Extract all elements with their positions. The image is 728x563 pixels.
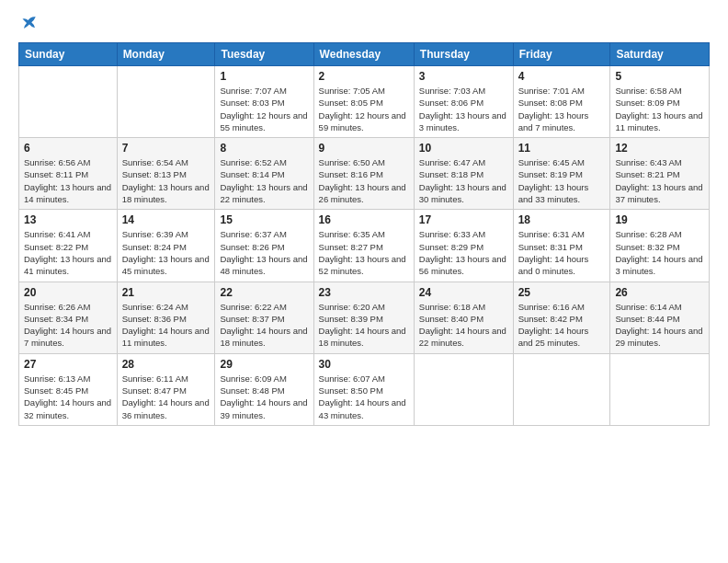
calendar-cell: 17Sunrise: 6:33 AM Sunset: 8:29 PM Dayli…: [414, 210, 513, 282]
calendar-cell: 25Sunrise: 6:16 AM Sunset: 8:42 PM Dayli…: [513, 282, 610, 353]
day-info: Sunrise: 6:14 AM Sunset: 8:44 PM Dayligh…: [615, 301, 704, 350]
day-info: Sunrise: 6:39 AM Sunset: 8:24 PM Dayligh…: [122, 228, 210, 277]
calendar-cell: 8Sunrise: 6:52 AM Sunset: 8:14 PM Daylig…: [215, 138, 313, 210]
day-info: Sunrise: 7:05 AM Sunset: 8:05 PM Dayligh…: [319, 85, 409, 133]
calendar-cell: 9Sunrise: 6:50 AM Sunset: 8:16 PM Daylig…: [313, 138, 414, 210]
day-number: 15: [220, 213, 308, 226]
day-info: Sunrise: 6:16 AM Sunset: 8:42 PM Dayligh…: [518, 301, 606, 350]
day-number: 28: [122, 358, 210, 371]
calendar-cell: [19, 66, 118, 138]
day-info: Sunrise: 6:33 AM Sunset: 8:29 PM Dayligh…: [419, 228, 508, 277]
weekday-header-thursday: Thursday: [414, 43, 513, 66]
weekday-header-row: SundayMondayTuesdayWednesdayThursdayFrid…: [19, 43, 710, 66]
weekday-header-friday: Friday: [513, 43, 610, 66]
calendar-cell: 2Sunrise: 7:05 AM Sunset: 8:05 PM Daylig…: [313, 66, 414, 138]
day-number: 11: [518, 142, 606, 155]
day-number: 21: [122, 286, 210, 299]
calendar-cell: [610, 353, 710, 425]
day-number: 14: [122, 213, 210, 226]
day-info: Sunrise: 6:22 AM Sunset: 8:37 PM Dayligh…: [220, 301, 308, 350]
day-number: 29: [220, 358, 308, 371]
calendar-cell: 22Sunrise: 6:22 AM Sunset: 8:37 PM Dayli…: [215, 282, 313, 353]
calendar-cell: 13Sunrise: 6:41 AM Sunset: 8:22 PM Dayli…: [19, 210, 118, 282]
day-info: Sunrise: 6:28 AM Sunset: 8:32 PM Dayligh…: [615, 228, 704, 277]
page: SundayMondayTuesdayWednesdayThursdayFrid…: [0, 0, 728, 563]
day-info: Sunrise: 7:07 AM Sunset: 8:03 PM Dayligh…: [220, 85, 308, 133]
day-number: 30: [319, 358, 409, 371]
calendar-cell: 6Sunrise: 6:56 AM Sunset: 8:11 PM Daylig…: [19, 138, 118, 210]
day-number: 16: [319, 213, 409, 226]
day-number: 4: [518, 70, 606, 83]
calendar-cell: 24Sunrise: 6:18 AM Sunset: 8:40 PM Dayli…: [414, 282, 513, 353]
day-info: Sunrise: 6:24 AM Sunset: 8:36 PM Dayligh…: [122, 301, 210, 350]
day-number: 2: [319, 70, 409, 83]
day-info: Sunrise: 6:52 AM Sunset: 8:14 PM Dayligh…: [220, 156, 308, 205]
calendar-cell: [513, 353, 610, 425]
day-info: Sunrise: 6:43 AM Sunset: 8:21 PM Dayligh…: [615, 156, 704, 205]
day-info: Sunrise: 6:11 AM Sunset: 8:47 PM Dayligh…: [122, 373, 210, 421]
calendar-cell: 28Sunrise: 6:11 AM Sunset: 8:47 PM Dayli…: [117, 353, 215, 425]
week-row-1: 6Sunrise: 6:56 AM Sunset: 8:11 PM Daylig…: [19, 138, 710, 210]
calendar-cell: 18Sunrise: 6:31 AM Sunset: 8:31 PM Dayli…: [513, 210, 610, 282]
calendar-table: SundayMondayTuesdayWednesdayThursdayFrid…: [18, 42, 710, 426]
day-info: Sunrise: 6:18 AM Sunset: 8:40 PM Dayligh…: [419, 301, 508, 350]
day-number: 20: [24, 286, 112, 299]
calendar-cell: [117, 66, 215, 138]
calendar-cell: 3Sunrise: 7:03 AM Sunset: 8:06 PM Daylig…: [414, 66, 513, 138]
day-info: Sunrise: 6:50 AM Sunset: 8:16 PM Dayligh…: [319, 156, 409, 205]
calendar-cell: 21Sunrise: 6:24 AM Sunset: 8:36 PM Dayli…: [117, 282, 215, 353]
day-number: 6: [24, 142, 112, 155]
day-number: 12: [615, 142, 704, 155]
weekday-header-wednesday: Wednesday: [313, 43, 414, 66]
day-info: Sunrise: 6:58 AM Sunset: 8:09 PM Dayligh…: [615, 85, 704, 133]
day-info: Sunrise: 6:54 AM Sunset: 8:13 PM Dayligh…: [122, 156, 210, 205]
calendar-cell: 5Sunrise: 6:58 AM Sunset: 8:09 PM Daylig…: [610, 66, 710, 138]
day-info: Sunrise: 6:13 AM Sunset: 8:45 PM Dayligh…: [24, 373, 112, 421]
calendar-cell: 7Sunrise: 6:54 AM Sunset: 8:13 PM Daylig…: [117, 138, 215, 210]
weekday-header-monday: Monday: [117, 43, 215, 66]
day-info: Sunrise: 6:47 AM Sunset: 8:18 PM Dayligh…: [419, 156, 508, 205]
week-row-2: 13Sunrise: 6:41 AM Sunset: 8:22 PM Dayli…: [19, 210, 710, 282]
week-row-4: 27Sunrise: 6:13 AM Sunset: 8:45 PM Dayli…: [19, 353, 710, 425]
day-info: Sunrise: 7:03 AM Sunset: 8:06 PM Dayligh…: [419, 85, 508, 133]
day-number: 22: [220, 286, 308, 299]
day-number: 1: [220, 70, 308, 83]
calendar-cell: 14Sunrise: 6:39 AM Sunset: 8:24 PM Dayli…: [117, 210, 215, 282]
day-number: 17: [419, 213, 508, 226]
weekday-header-sunday: Sunday: [19, 43, 118, 66]
logo: [18, 15, 38, 33]
day-info: Sunrise: 6:45 AM Sunset: 8:19 PM Dayligh…: [518, 156, 606, 205]
calendar-cell: 20Sunrise: 6:26 AM Sunset: 8:34 PM Dayli…: [19, 282, 118, 353]
calendar-cell: 12Sunrise: 6:43 AM Sunset: 8:21 PM Dayli…: [610, 138, 710, 210]
day-number: 5: [615, 70, 704, 83]
header: [18, 15, 710, 33]
day-number: 10: [419, 142, 508, 155]
day-number: 27: [24, 358, 112, 371]
day-info: Sunrise: 6:20 AM Sunset: 8:39 PM Dayligh…: [319, 301, 409, 350]
day-info: Sunrise: 6:41 AM Sunset: 8:22 PM Dayligh…: [24, 228, 112, 277]
logo-bird-icon: [21, 15, 38, 31]
week-row-3: 20Sunrise: 6:26 AM Sunset: 8:34 PM Dayli…: [19, 282, 710, 353]
day-number: 13: [24, 213, 112, 226]
day-info: Sunrise: 6:09 AM Sunset: 8:48 PM Dayligh…: [220, 373, 308, 421]
calendar-cell: 19Sunrise: 6:28 AM Sunset: 8:32 PM Dayli…: [610, 210, 710, 282]
day-info: Sunrise: 6:26 AM Sunset: 8:34 PM Dayligh…: [24, 301, 112, 350]
day-number: 23: [319, 286, 409, 299]
day-number: 3: [419, 70, 508, 83]
calendar-cell: 23Sunrise: 6:20 AM Sunset: 8:39 PM Dayli…: [313, 282, 414, 353]
calendar-cell: 26Sunrise: 6:14 AM Sunset: 8:44 PM Dayli…: [610, 282, 710, 353]
day-info: Sunrise: 6:07 AM Sunset: 8:50 PM Dayligh…: [319, 373, 409, 421]
day-number: 25: [518, 286, 606, 299]
calendar-cell: 11Sunrise: 6:45 AM Sunset: 8:19 PM Dayli…: [513, 138, 610, 210]
calendar-cell: 1Sunrise: 7:07 AM Sunset: 8:03 PM Daylig…: [215, 66, 313, 138]
weekday-header-saturday: Saturday: [610, 43, 710, 66]
calendar-cell: 4Sunrise: 7:01 AM Sunset: 8:08 PM Daylig…: [513, 66, 610, 138]
day-info: Sunrise: 6:31 AM Sunset: 8:31 PM Dayligh…: [518, 228, 606, 277]
day-info: Sunrise: 6:56 AM Sunset: 8:11 PM Dayligh…: [24, 156, 112, 205]
day-number: 8: [220, 142, 308, 155]
day-number: 18: [518, 213, 606, 226]
weekday-header-tuesday: Tuesday: [215, 43, 313, 66]
calendar-cell: 10Sunrise: 6:47 AM Sunset: 8:18 PM Dayli…: [414, 138, 513, 210]
day-number: 24: [419, 286, 508, 299]
day-number: 9: [319, 142, 409, 155]
